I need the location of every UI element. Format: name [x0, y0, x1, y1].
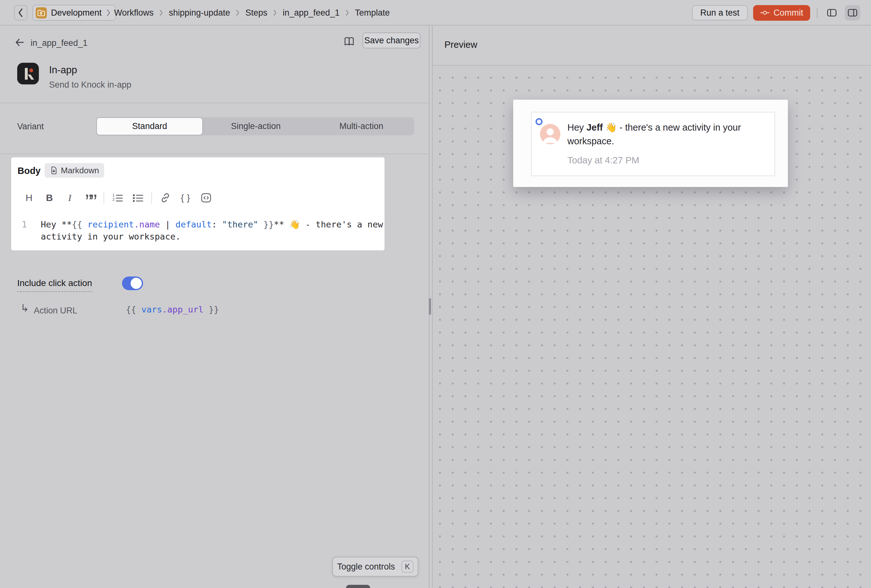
toolbar-divider: [103, 192, 104, 204]
history-back-button[interactable]: [14, 5, 27, 20]
preview-title: Preview: [444, 39, 477, 50]
svg-text:2: 2: [112, 197, 115, 202]
editor-toolbar: H B I ”” 12 { }: [19, 190, 216, 206]
chevron-left-icon: [18, 7, 24, 18]
channel-description: Send to Knock in-app: [49, 80, 131, 90]
variant-option-multi-action[interactable]: Multi-action: [309, 117, 414, 135]
commit-button[interactable]: Commit: [753, 5, 810, 21]
breadcrumb: Workflows shipping-update Steps in_app_f…: [114, 0, 390, 25]
run-a-test-button[interactable]: Run a test: [692, 5, 748, 20]
save-changes-label: Save changes: [364, 36, 419, 46]
chevron-right-icon: [106, 9, 111, 17]
line-number: 1: [22, 218, 27, 230]
code-block-button[interactable]: [200, 191, 213, 205]
git-commit-icon: [760, 8, 770, 18]
book-open-icon: [343, 36, 355, 47]
breadcrumb-workflows[interactable]: Workflows: [114, 8, 154, 18]
variant-label: Variant: [17, 122, 44, 132]
person-icon: [540, 124, 560, 144]
chevron-right-icon: [235, 9, 240, 16]
environment-folder-icon: [36, 7, 47, 18]
toggle-left-panel-button[interactable]: [824, 5, 840, 20]
recipient-name: Jeff: [587, 122, 603, 133]
keyboard-shortcut-key: K: [401, 561, 413, 573]
file-down-icon: [50, 166, 58, 175]
notification-message: Hey Jeff 👋 - there's a new activity in y…: [567, 121, 767, 148]
topbar-divider: [817, 7, 817, 18]
environment-switcher[interactable]: Development: [33, 5, 116, 21]
action-url-input[interactable]: {{ vars.app_url }}: [126, 305, 219, 314]
notification-timestamp: Today at 4:27 PM: [567, 155, 639, 166]
code-content: Hey **{{ recipient.name | default: "ther…: [41, 218, 383, 243]
format-markdown-badge[interactable]: Markdown: [45, 163, 104, 178]
link-button[interactable]: [159, 191, 172, 205]
avatar: [540, 124, 560, 144]
action-url-label: Action URL: [34, 306, 78, 316]
italic-button[interactable]: I: [63, 191, 76, 205]
preview-canvas: Hey Jeff 👋 - there's a new activity in y…: [433, 66, 871, 588]
channel-name: In-app: [49, 64, 77, 76]
docs-button[interactable]: [343, 36, 355, 47]
preview-header: Preview: [433, 25, 871, 66]
breadcrumb-steps[interactable]: Steps: [245, 8, 267, 18]
breadcrumb-template[interactable]: Template: [355, 8, 390, 18]
include-click-action-label: Include click action: [17, 278, 92, 292]
bold-button[interactable]: B: [43, 191, 56, 205]
run-a-test-label: Run a test: [700, 8, 739, 18]
feed-preview-sheet: Hey Jeff 👋 - there's a new activity in y…: [513, 100, 788, 187]
template-editor-panel: in_app_feed_1 Save changes In-app Send t…: [0, 25, 430, 588]
include-click-action-toggle[interactable]: [122, 277, 143, 290]
knock-channel-logo: [17, 63, 39, 84]
step-name-label: in_app_feed_1: [31, 38, 88, 48]
commit-label: Commit: [774, 8, 803, 18]
hidden-tooltip-edge: [346, 585, 370, 588]
body-editor-card: Body Markdown H B I ”” 12 { }: [11, 157, 385, 250]
toolbar-divider: [151, 192, 152, 204]
toggle-right-panel-button[interactable]: [845, 5, 860, 20]
environment-name: Development: [51, 8, 102, 18]
toggle-controls-button[interactable]: Toggle controls K: [332, 557, 418, 576]
variant-segmented-control: Standard Single-action Multi-action: [96, 117, 414, 135]
chevron-right-icon: [273, 9, 277, 16]
topbar-actions: Run a test Commit: [692, 0, 860, 25]
variant-option-single-action[interactable]: Single-action: [203, 117, 308, 135]
unread-indicator: [536, 118, 543, 125]
format-badge-label: Markdown: [61, 166, 99, 175]
variable-braces-button[interactable]: { }: [180, 191, 192, 205]
section-divider: [0, 103, 430, 103]
panel-right-icon: [847, 7, 858, 18]
breadcrumb-step-name[interactable]: in_app_feed_1: [283, 8, 340, 18]
svg-text:1: 1: [112, 193, 115, 197]
bullet-list-button[interactable]: [132, 191, 144, 205]
ordered-list-button[interactable]: 12: [111, 191, 124, 205]
notification-cell[interactable]: Hey Jeff 👋 - there's a new activity in y…: [531, 112, 775, 176]
breadcrumb-workflow-name[interactable]: shipping-update: [169, 8, 230, 18]
arrow-left-icon: [14, 37, 25, 48]
panel-resize-handle[interactable]: [429, 298, 431, 315]
heading-button[interactable]: H: [22, 191, 35, 205]
topbar: Development Workflows shipping-update St…: [0, 0, 871, 25]
panel-left-icon: [826, 7, 837, 18]
corner-down-right-icon: ↳: [20, 302, 29, 314]
body-label: Body: [18, 166, 41, 176]
chevron-right-icon: [159, 9, 163, 16]
save-changes-button[interactable]: Save changes: [362, 33, 421, 48]
toggle-knob: [131, 278, 142, 289]
section-divider: [0, 154, 430, 154]
preview-panel: Preview Hey Jeff 👋 - there's a new activ…: [432, 25, 871, 588]
toggle-controls-label: Toggle controls: [337, 562, 395, 572]
chevron-right-icon: [345, 9, 349, 16]
blockquote-button[interactable]: ””: [84, 191, 97, 205]
variant-option-standard[interactable]: Standard: [96, 117, 203, 135]
editor-back-button[interactable]: [14, 37, 25, 48]
